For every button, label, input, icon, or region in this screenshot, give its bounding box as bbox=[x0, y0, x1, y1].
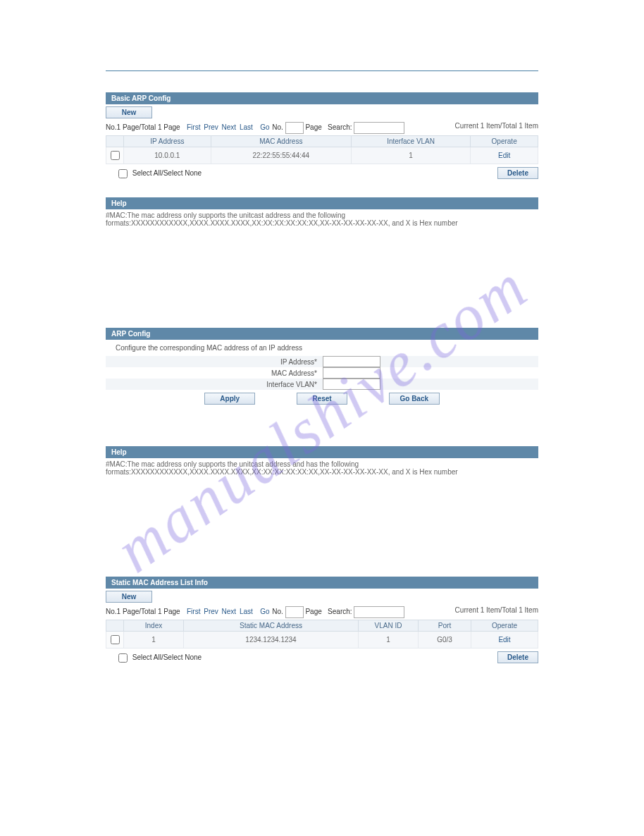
top-divider bbox=[106, 70, 538, 71]
next-link[interactable]: Next bbox=[222, 608, 237, 615]
last-link[interactable]: Last bbox=[240, 608, 253, 615]
pagination-toolbar: No.1 Page/Total 1 Page First Prev Next L… bbox=[106, 605, 538, 620]
help-text: #MAC:The mac address only supports the u… bbox=[106, 458, 538, 478]
vlan-row: Interface VLAN* bbox=[106, 379, 538, 390]
arp-table: IP Address MAC Address Interface VLAN Op… bbox=[106, 135, 538, 164]
basic-arp-config-panel: Basic ARP Config New No.1 Page/Total 1 P… bbox=[106, 92, 538, 229]
next-link[interactable]: Next bbox=[222, 123, 237, 131]
last-link[interactable]: Last bbox=[240, 123, 253, 131]
cell-port: G0/3 bbox=[419, 632, 471, 648]
page-info: No.1 Page/Total 1 Page bbox=[106, 123, 180, 131]
cell-vlan: 1 bbox=[359, 632, 419, 648]
help-text: #MAC:The mac address only supports the u… bbox=[106, 209, 538, 229]
help-title: Help bbox=[106, 446, 538, 458]
col-port: Port bbox=[419, 620, 471, 632]
first-link[interactable]: First bbox=[187, 123, 200, 131]
panel-title: Basic ARP Config bbox=[106, 92, 538, 104]
first-link[interactable]: First bbox=[187, 608, 200, 615]
col-vlan: VLAN ID bbox=[359, 620, 419, 632]
go-link[interactable]: Go bbox=[260, 123, 269, 131]
reset-button[interactable]: Reset bbox=[297, 393, 347, 405]
page-label: Page bbox=[305, 123, 321, 131]
edit-link[interactable]: Edit bbox=[498, 636, 510, 644]
cell-vlan: 1 bbox=[351, 147, 470, 164]
table-row: 10.0.0.1 22:22:55:55:44:44 1 Edit bbox=[106, 147, 538, 164]
go-back-button[interactable]: Go Back bbox=[389, 393, 440, 405]
arp-config-panel: ARP Config Configure the corresponding M… bbox=[106, 328, 538, 478]
cell-mac: 22:22:55:55:44:44 bbox=[211, 147, 351, 164]
select-all-label: Select All/Select None bbox=[132, 169, 202, 177]
table-header-row: IP Address MAC Address Interface VLAN Op… bbox=[106, 136, 538, 147]
delete-button[interactable]: Delete bbox=[497, 167, 538, 179]
search-label: Search: bbox=[328, 123, 352, 131]
row-checkbox[interactable] bbox=[111, 635, 120, 644]
search-label: Search: bbox=[328, 608, 352, 615]
page-number-input[interactable] bbox=[285, 606, 304, 618]
col-index: Index bbox=[124, 620, 184, 632]
col-operate: Operate bbox=[471, 136, 538, 147]
col-ip: IP Address bbox=[124, 136, 211, 147]
ip-row: IP Address* bbox=[106, 356, 538, 367]
new-button[interactable]: New bbox=[106, 106, 152, 118]
select-all-checkbox[interactable] bbox=[118, 653, 128, 663]
help-title: Help bbox=[106, 197, 538, 209]
page-info: No.1 Page/Total 1 Page bbox=[106, 608, 180, 615]
items-info: Current 1 Item/Total 1 Item bbox=[455, 122, 538, 130]
table-row: 1 1234.1234.1234 1 G0/3 Edit bbox=[106, 632, 538, 648]
items-info: Current 1 Item/Total 1 Item bbox=[455, 606, 538, 614]
static-mac-list-panel: Static MAC Address List Info New No.1 Pa… bbox=[106, 577, 538, 666]
pagination-toolbar: No.1 Page/Total 1 Page First Prev Next L… bbox=[106, 121, 538, 135]
delete-button[interactable]: Delete bbox=[497, 651, 538, 663]
panel-title: Static MAC Address List Info bbox=[106, 577, 538, 589]
col-vlan: Interface VLAN bbox=[351, 136, 470, 147]
search-input[interactable] bbox=[354, 122, 404, 134]
ip-label: IP Address* bbox=[106, 358, 323, 366]
table-header-row: Index Static MAC Address VLAN ID Port Op… bbox=[106, 620, 538, 632]
page-number-input[interactable] bbox=[285, 122, 304, 134]
go-link[interactable]: Go bbox=[260, 608, 269, 615]
no-label: No. bbox=[272, 608, 283, 615]
panel-title: ARP Config bbox=[106, 328, 538, 340]
prev-link[interactable]: Prev bbox=[204, 123, 218, 131]
cell-mac: 1234.1234.1234 bbox=[184, 632, 359, 648]
cell-ip: 10.0.0.1 bbox=[124, 147, 211, 164]
edit-link[interactable]: Edit bbox=[498, 152, 510, 159]
col-mac: Static MAC Address bbox=[184, 620, 359, 632]
ip-input[interactable] bbox=[323, 356, 380, 367]
page-label: Page bbox=[305, 608, 321, 615]
vlan-label: Interface VLAN* bbox=[106, 381, 323, 388]
vlan-input[interactable] bbox=[323, 379, 380, 390]
mac-table: Index Static MAC Address VLAN ID Port Op… bbox=[106, 620, 538, 648]
col-operate: Operate bbox=[471, 620, 538, 632]
no-label: No. bbox=[272, 123, 283, 131]
apply-button[interactable]: Apply bbox=[204, 393, 255, 405]
new-button[interactable]: New bbox=[106, 591, 152, 603]
mac-input[interactable] bbox=[323, 367, 380, 379]
select-all-checkbox[interactable] bbox=[118, 169, 128, 178]
cell-index: 1 bbox=[124, 632, 184, 648]
search-input[interactable] bbox=[354, 606, 404, 618]
select-all-label: Select All/Select None bbox=[132, 653, 202, 661]
row-checkbox[interactable] bbox=[111, 151, 120, 160]
mac-label: MAC Address* bbox=[106, 369, 323, 377]
mac-row: MAC Address* bbox=[106, 367, 538, 379]
prev-link[interactable]: Prev bbox=[204, 608, 218, 615]
instruction-text: Configure the corresponding MAC address … bbox=[106, 340, 538, 356]
col-mac: MAC Address bbox=[211, 136, 351, 147]
